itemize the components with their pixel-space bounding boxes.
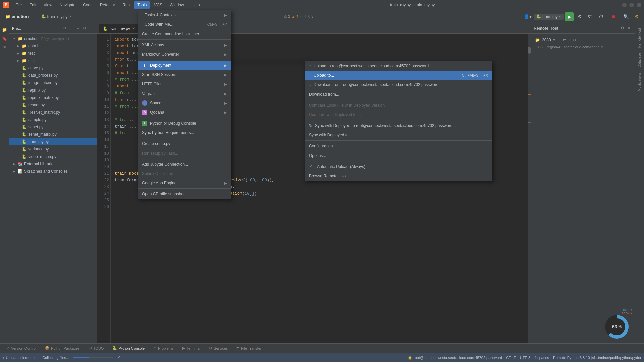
tree-item-data-process[interactable]: 🐍 data_process.py [9,72,97,79]
menu-help[interactable]: Help [188,1,203,9]
tree-item-repmix-matrix[interactable]: 🐍 repmix_matrix.py [9,94,97,101]
status-connection[interactable]: 🔒 root@connect.westa.seetacloud.com:4570… [408,355,502,360]
bookmarks-icon[interactable]: 🔖 [1,35,8,42]
tree-item-scratches[interactable]: ▶ 📝 Scratches and Consoles [9,168,97,175]
cancel-btn[interactable]: ✕ [117,355,120,360]
deploy-browse-remote[interactable]: Browse Remote Host [305,171,492,181]
remote-host-close[interactable]: ✕ [626,25,632,32]
tab-terminal[interactable]: ▶ Terminal [178,344,205,352]
menu-google-app-engine[interactable]: Google App Engine ▶ [138,178,231,188]
menu-file[interactable]: File [12,1,25,9]
search-everywhere-button[interactable]: 🔍 [621,12,631,21]
run-button[interactable]: ▶ [565,12,574,21]
tree-item-test[interactable]: ▶ 📁 test [9,50,97,57]
deploy-configuration[interactable]: Configuration... [305,141,492,151]
deploy-auto-upload[interactable]: ✓ Automatic Upload (Always) [305,162,492,171]
tree-item-video-mtcnn[interactable]: 🐍 video_mtcnn.py [9,153,97,160]
tree-item-sample[interactable]: 🐍 sample.py [9,116,97,123]
remote-host-settings[interactable]: ⚙ [619,25,625,32]
structure-icon[interactable]: ≡ [1,44,8,51]
menu-space[interactable]: Space ▶ [138,98,231,108]
menu-navigate[interactable]: Navigate [56,1,79,9]
deploy-upload-to[interactable]: ↑ Upload to... Ctrl+Alt+Shift+X [305,71,492,80]
tab-todo[interactable]: ☑ TODO [85,344,108,352]
menu-code[interactable]: Code [79,1,96,9]
menu-refactor[interactable]: Refactor [97,1,118,9]
menu-edit[interactable]: Edit [26,1,40,9]
tab-file-transfer[interactable]: ⇄ File Transfer [232,344,265,352]
menu-markdown-converter[interactable]: Markdown Converter ▶ [138,50,231,59]
tree-item-senet-matrix[interactable]: 🐍 senet_matrix.py [9,131,97,138]
database-sidebar-tab[interactable]: Database [637,51,642,69]
tab-python-packages[interactable]: 📦 Python Packages [41,344,84,352]
deploy-download-from[interactable]: Download from... [305,89,492,99]
run-config-selector[interactable]: 🐍 train_my ▾ [534,14,564,20]
menu-tools[interactable]: Tools [134,1,150,9]
tree-item-variance[interactable]: 🐍 variance.py [9,145,97,153]
profile-button[interactable]: ⏱ [596,12,606,21]
stop-button[interactable]: ⏹ [609,12,618,21]
tree-item-resnet-matrix[interactable]: 🐍 ResNet_matrix.py [9,109,97,116]
menu-start-ssh[interactable]: Start SSH Session... ▶ [138,70,231,79]
close-tab-icon[interactable]: ✕ [132,27,135,31]
menu-deployment[interactable]: ⬆ Deployment ▶ ↑ Upload to root@connect.… [138,61,231,70]
tab-problems[interactable]: ⚠ Problems [149,344,177,352]
menu-cmdline-launcher[interactable]: Create Command-line Launcher... [138,29,231,39]
menu-python-debug-console[interactable]: P Python or Debug Console [138,119,231,128]
tab-version-control[interactable]: ⎇ Version Control [1,344,40,352]
tree-item-senet[interactable]: 🐍 senet.py [9,123,97,131]
project-sidebar-icon[interactable]: 📁 [1,26,8,34]
status-upload[interactable]: ↑ Upload selected it... [3,356,38,360]
tree-item-repmix[interactable]: 🐍 repmix.py [9,86,97,94]
filter-icon[interactable]: ≡ [75,25,81,32]
sftp-connection[interactable]: 📁 2080 ▾ ⋯ ⇄ ✕ ⚙ [534,36,632,44]
deploy-options[interactable]: Options... [305,151,492,160]
editor-scrollbar[interactable] [528,34,531,343]
settings-panel-icon[interactable]: ⚙ [82,25,88,32]
tree-item-external-libs[interactable]: ▶ 📚 External Libraries [9,160,97,168]
deploy-sync-to[interactable]: Sync with Deployed to ... [305,130,492,140]
coverage-button[interactable]: 🛡 [586,12,595,21]
menu-qodana[interactable]: Q Qodana ▶ [138,108,231,117]
menu-view[interactable]: View [40,1,56,9]
menu-xml-actions[interactable]: XML Actions ▶ [138,40,231,50]
menu-http-client[interactable]: HTTP Client ▶ [138,79,231,89]
close-button[interactable]: ✕ [637,3,641,7]
menu-vagrant[interactable]: Vagrant ▶ [138,89,231,98]
menu-tasks-contexts[interactable]: Tasks & Contexts ▶ [138,10,231,20]
tab-services[interactable]: ⚙ Services [205,344,232,352]
tab-python-console[interactable]: 🐍 Python Console [108,344,149,352]
menu-run[interactable]: Run [119,1,133,9]
sort-icon[interactable]: ↕ [68,25,74,32]
tree-item-train-my[interactable]: 🐍 train_my.py [9,138,97,145]
menu-create-setup[interactable]: Create setup.py [138,139,231,148]
tree-item-curve[interactable]: 🐍 curve.py [9,64,97,72]
notifications-sidebar-tab[interactable]: Notifications [637,71,642,93]
status-python-version[interactable]: Remote Python 3.8.10 (sf...t/mine#pu/lib… [553,356,641,360]
menu-window[interactable]: Window [166,1,187,9]
minimize-button[interactable]: — [622,3,627,7]
status-encoding[interactable]: UTF-8 [520,356,530,360]
settings-button[interactable]: ⚙ [632,12,641,21]
build-button[interactable]: ⚙ [575,12,584,21]
menu-vcs[interactable]: VCS [151,1,166,9]
tree-root-emotion[interactable]: ▾ 📁 emotion E:\pycharm\project [9,35,97,42]
remote-host-sidebar-tab[interactable]: Remote Host [637,26,642,50]
sync-icon[interactable]: ↻ [61,25,67,32]
project-panel-tab[interactable]: Pro... [12,26,21,31]
deploy-download-password[interactable]: ↓ Download from root@connect.westa.seeta… [305,80,492,89]
menu-open-cprofile[interactable]: Open CProfile snapshot [138,189,231,199]
tree-item-image-mtcnn[interactable]: 🐍 image_mtcnn.py [9,79,97,86]
maximize-button[interactable]: □ [629,3,634,7]
status-indent[interactable]: 4 spaces [534,356,549,360]
tree-item-data1[interactable]: ▶ 📁 data1 [9,42,97,50]
deploy-upload-password[interactable]: ↑ Upload to root@connect.westa.seetaclou… [305,61,492,71]
tree-item-utils[interactable]: ▶ 📁 utils [9,57,97,64]
menu-add-jupyter[interactable]: Add Jupyter Connection... [138,160,231,169]
menu-code-with-me[interactable]: Code With Me... Ctrl+Shift+Y [138,20,231,29]
status-crlf[interactable]: CRLF [506,356,516,360]
tree-item-resnet[interactable]: 🐍 resnet.py [9,101,97,109]
minimize-panel-icon[interactable]: — [88,25,94,32]
user-icon-btn[interactable]: 👤▾ [523,12,532,21]
menu-sync-python-reqs[interactable]: Sync Python Requirements... [138,128,231,137]
